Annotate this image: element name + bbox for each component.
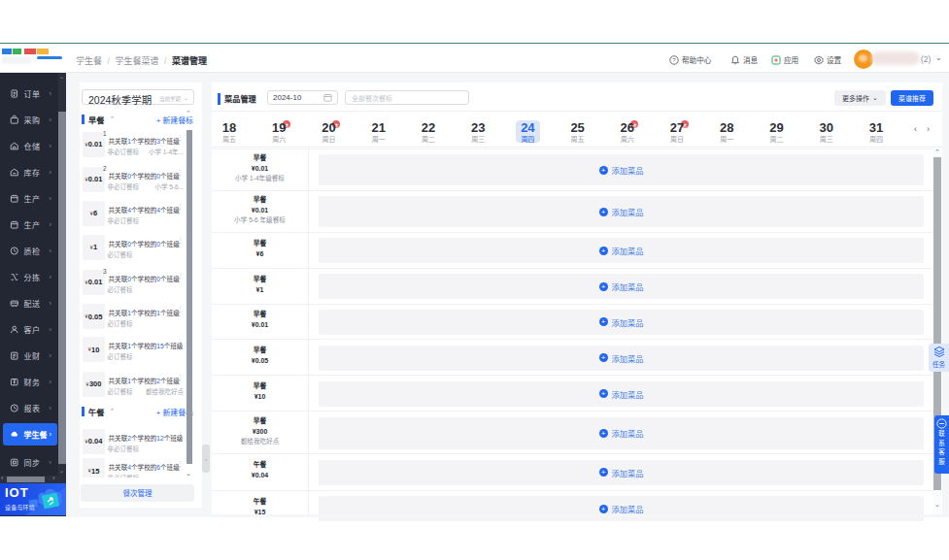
svg-text:?: ? — [672, 57, 676, 63]
